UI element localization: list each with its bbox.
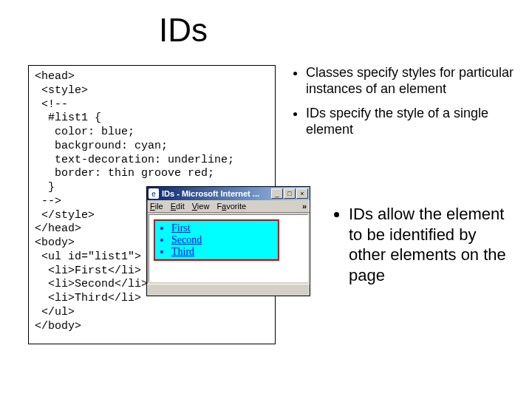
rendered-list: First Second Third	[154, 219, 279, 261]
list-item: Second	[171, 234, 275, 246]
browser-titlebar: e IDs - Microsoft Internet ... _ □ ×	[147, 187, 310, 200]
bullet-list: Classes specify styles for particular in…	[290, 65, 519, 148]
menu-favorite[interactable]: Favorite	[216, 202, 246, 211]
slide: IDs <head> <style> <!-- #list1 { color: …	[0, 0, 532, 399]
menu-file-rest: ile	[155, 202, 163, 211]
menu-view-rest: iew	[197, 202, 210, 211]
menu-edit-rest: dit	[176, 202, 185, 211]
browser-window: e IDs - Microsoft Internet ... _ □ × Fil…	[146, 186, 310, 296]
bullet-item: Classes specify styles for particular in…	[306, 65, 519, 97]
bullet-item: IDs allow the element to be identified b…	[349, 204, 516, 285]
menu-view[interactable]: View	[192, 202, 210, 211]
browser-statusbar	[147, 284, 310, 296]
menu-more-icon[interactable]: »	[302, 202, 307, 211]
maximize-button[interactable]: □	[284, 188, 296, 199]
browser-menubar: File Edit View Favorite »	[147, 200, 310, 213]
list-item: Third	[171, 246, 275, 258]
minimize-button[interactable]: _	[271, 188, 283, 199]
menu-fav-rest: vorite	[226, 202, 246, 211]
browser-viewport: First Second Third	[149, 214, 308, 282]
ie-logo-icon: e	[149, 188, 159, 199]
menu-edit[interactable]: Edit	[171, 202, 185, 211]
close-button[interactable]: ×	[296, 188, 308, 199]
sub-bullet: IDs allow the element to be identified b…	[331, 204, 516, 285]
page-title: IDs	[159, 12, 208, 49]
menu-file[interactable]: File	[150, 202, 163, 211]
browser-title: IDs - Microsoft Internet ...	[162, 189, 271, 198]
list-item: First	[171, 222, 275, 234]
bullet-item: IDs specify the style of a single elemen…	[306, 106, 519, 137]
